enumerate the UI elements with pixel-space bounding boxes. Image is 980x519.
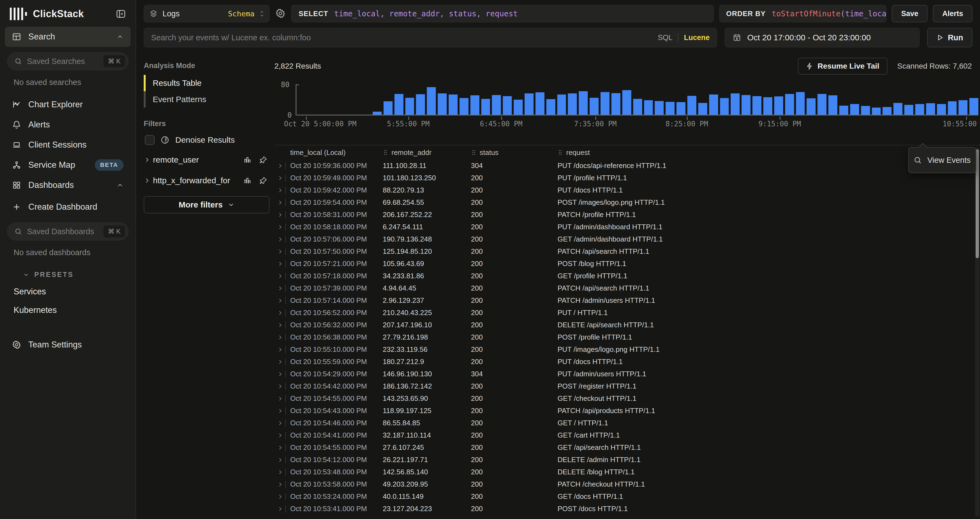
histogram-bar[interactable] bbox=[904, 105, 913, 115]
histogram-bar[interactable] bbox=[383, 101, 393, 115]
saved-dashboards-input[interactable]: Saved Dashboards ⌘ K bbox=[7, 223, 129, 240]
row-expand-icon[interactable] bbox=[275, 322, 285, 328]
table-row[interactable]: Oct 20 10:59:49.000 PM101.180.123.250200… bbox=[274, 172, 980, 184]
row-expand-icon[interactable] bbox=[275, 469, 285, 475]
run-button[interactable]: Run bbox=[927, 28, 972, 48]
preset-item-kubernetes[interactable]: Kubernetes bbox=[5, 301, 130, 319]
sidebar-item-search[interactable]: Search bbox=[5, 27, 130, 47]
histogram-bar[interactable] bbox=[449, 94, 458, 115]
table-row[interactable]: Oct 20 10:56:38.000 PM27.79.216.198200PO… bbox=[274, 331, 980, 343]
mode-lucene-toggle[interactable]: Lucene bbox=[678, 33, 710, 42]
histogram-bar[interactable] bbox=[926, 103, 935, 115]
row-expand-icon[interactable] bbox=[275, 163, 285, 169]
resume-live-tail-button[interactable]: Resume Live Tail bbox=[798, 58, 888, 75]
histogram-bar[interactable] bbox=[785, 94, 794, 115]
histogram-bar[interactable] bbox=[969, 98, 978, 115]
row-expand-icon[interactable] bbox=[275, 359, 285, 365]
table-row[interactable]: Oct 20 10:54:12.000 PM26.221.197.71200DE… bbox=[274, 454, 980, 466]
row-expand-icon[interactable] bbox=[275, 371, 285, 377]
histogram-bar[interactable] bbox=[601, 92, 609, 115]
sidebar-item-alerts[interactable]: Alerts bbox=[5, 115, 130, 135]
histogram-bar[interactable] bbox=[850, 104, 859, 115]
histogram-bar[interactable] bbox=[763, 97, 772, 115]
histogram-bar[interactable] bbox=[546, 99, 555, 115]
column-header-remote-addr[interactable]: remote_addr bbox=[383, 148, 471, 157]
histogram-bar[interactable] bbox=[568, 93, 577, 115]
event-search-input[interactable]: Search your events w/ Lucene ex. column:… bbox=[144, 28, 717, 48]
row-expand-icon[interactable] bbox=[275, 187, 285, 193]
table-row[interactable]: Oct 20 10:53:58.000 PM49.203.209.95200PA… bbox=[274, 478, 980, 490]
table-row[interactable]: Oct 20 10:55:59.000 PM180.27.212.9200PUT… bbox=[274, 356, 980, 368]
pin-icon[interactable] bbox=[259, 156, 267, 164]
table-row[interactable]: Oct 20 10:54:55.000 PM27.6.107.245200GET… bbox=[274, 441, 980, 454]
histogram-bar[interactable] bbox=[958, 100, 967, 115]
table-row[interactable]: Oct 20 10:59:36.000 PM111.100.28.11304PU… bbox=[274, 159, 980, 172]
table-row[interactable]: Oct 20 10:54:41.000 PM32.187.110.114200G… bbox=[274, 429, 980, 441]
table-row[interactable]: Oct 20 10:57:50.000 PM125.194.85.120200P… bbox=[274, 245, 980, 258]
table-row[interactable]: Oct 20 10:57:21.000 PM105.96.43.69200POS… bbox=[274, 258, 980, 270]
view-events-tooltip[interactable]: View Events bbox=[908, 147, 976, 173]
histogram-bar[interactable] bbox=[948, 101, 957, 115]
mode-event-patterns[interactable]: Event Patterns bbox=[144, 91, 269, 108]
source-settings-button[interactable] bbox=[275, 8, 286, 19]
preset-item-services[interactable]: Services bbox=[5, 282, 130, 301]
alerts-button[interactable]: Alerts bbox=[933, 5, 972, 22]
column-header-status[interactable]: status bbox=[471, 148, 557, 157]
table-row[interactable]: Oct 20 10:53:41.000 PM23.127.204.223200P… bbox=[274, 503, 980, 515]
filter-field-http-x-forwarded-for[interactable]: http_x_forwarded_for bbox=[144, 172, 269, 189]
histogram-bar[interactable] bbox=[514, 100, 523, 115]
select-columns-input[interactable]: SELECT time_local, remote_addr, status, … bbox=[291, 5, 714, 22]
column-header-request[interactable]: request bbox=[557, 148, 929, 157]
date-range-picker[interactable]: Oct 20 17:00:00 - Oct 20 23:00:00 bbox=[725, 28, 920, 48]
row-expand-icon[interactable] bbox=[275, 175, 285, 181]
table-row[interactable]: Oct 20 10:57:18.000 PM34.233.81.86200GET… bbox=[274, 270, 980, 282]
histogram-bar[interactable] bbox=[611, 93, 620, 115]
histogram-bar[interactable] bbox=[373, 111, 382, 115]
table-row[interactable]: Oct 20 10:59:54.000 PM69.68.254.55200POS… bbox=[274, 196, 980, 209]
histogram-bar[interactable] bbox=[525, 93, 533, 115]
histogram-bar[interactable] bbox=[915, 104, 924, 115]
source-select[interactable]: Logs Schema bbox=[144, 5, 269, 22]
row-expand-icon[interactable] bbox=[275, 273, 285, 279]
histogram-bar[interactable] bbox=[861, 106, 870, 115]
order-by-input[interactable]: ORDER BY toStartOfMinute(time_local) D bbox=[719, 5, 886, 22]
histogram-bar[interactable] bbox=[633, 99, 642, 115]
table-row[interactable]: Oct 20 10:57:06.000 PM190.79.136.248200G… bbox=[274, 233, 980, 245]
row-expand-icon[interactable] bbox=[275, 445, 285, 451]
row-expand-icon[interactable] bbox=[275, 298, 285, 304]
histogram-bar[interactable] bbox=[741, 95, 751, 115]
field-chart-icon[interactable] bbox=[243, 156, 251, 164]
histogram-bar[interactable] bbox=[503, 96, 512, 115]
table-row[interactable]: Oct 20 10:54:42.000 PM186.136.72.142200P… bbox=[274, 380, 980, 392]
row-expand-icon[interactable] bbox=[275, 457, 285, 463]
row-expand-icon[interactable] bbox=[275, 285, 285, 291]
histogram-bar[interactable] bbox=[807, 98, 816, 115]
sidebar-item-dashboards[interactable]: Dashboards bbox=[5, 175, 130, 195]
save-button[interactable]: Save bbox=[892, 5, 928, 22]
histogram-bar[interactable] bbox=[438, 93, 447, 115]
row-expand-icon[interactable] bbox=[275, 200, 285, 205]
histogram-bar[interactable] bbox=[470, 95, 479, 115]
row-expand-icon[interactable] bbox=[275, 224, 285, 230]
row-expand-icon[interactable] bbox=[275, 334, 285, 341]
saved-searches-input[interactable]: Saved Searches ⌘ K bbox=[7, 52, 129, 70]
histogram-bar[interactable] bbox=[752, 96, 761, 115]
drag-handle-icon[interactable] bbox=[383, 149, 388, 156]
table-row[interactable]: Oct 20 10:58:31.000 PM206.167.252.22200P… bbox=[274, 209, 980, 221]
histogram-bar[interactable] bbox=[709, 94, 718, 115]
row-expand-icon[interactable] bbox=[275, 494, 285, 500]
row-expand-icon[interactable] bbox=[275, 481, 285, 487]
create-dashboard-button[interactable]: Create Dashboard bbox=[5, 197, 130, 217]
column-header-time-local[interactable]: time_local (Local) bbox=[290, 148, 383, 157]
histogram-bar[interactable] bbox=[937, 104, 946, 115]
histogram-bar[interactable] bbox=[579, 91, 588, 115]
histogram-bar[interactable] bbox=[839, 106, 848, 115]
row-expand-icon[interactable] bbox=[275, 506, 285, 512]
denoise-checkbox[interactable] bbox=[145, 135, 154, 145]
table-row[interactable]: Oct 20 10:58:18.000 PM6.247.54.111200PUT… bbox=[274, 221, 980, 233]
table-row[interactable]: Oct 20 10:54:46.000 PM86.55.84.85200GET … bbox=[274, 417, 980, 429]
histogram-bar[interactable] bbox=[796, 92, 805, 115]
histogram-bar[interactable] bbox=[774, 96, 783, 115]
sidebar-item-client-sessions[interactable]: Client Sessions bbox=[5, 135, 130, 155]
row-expand-icon[interactable] bbox=[275, 384, 285, 389]
